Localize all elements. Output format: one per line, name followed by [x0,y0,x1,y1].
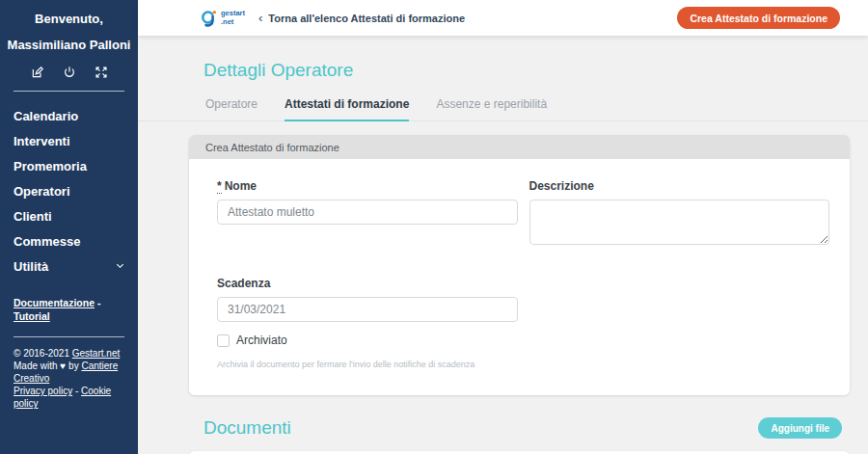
sidebar-item-clienti[interactable]: Clienti [0,203,138,228]
sidebar-item-calendario[interactable]: Calendario [0,103,138,128]
edit-icon[interactable] [31,66,44,79]
page-title: Dettagli Operatore [203,60,868,81]
sidebar-footer: © 2016-2021 Gestart.net Made with ♥ by C… [0,347,138,410]
welcome-text: Benvenuto, [0,13,138,25]
documents-header: Documenti Aggiungi file [203,417,842,439]
page-content: Dettagli Operatore Operatore Attestati d… [138,36,868,454]
madewith-line: Made with ♥ by Cantiere Creativo [14,360,124,385]
tab-assenze-e-reperibilita[interactable]: Assenze e reperibilità [436,97,547,121]
required-mark: * [217,179,222,194]
scadenza-field-group: Scadenza [217,277,518,322]
archiviato-checkbox[interactable] [217,334,230,347]
copyright-line: © 2016-2021 Gestart.net [14,347,124,360]
breadcrumb-label: Torna all'elenco Attestati di formazione [268,13,465,24]
create-attestato-button[interactable]: Crea Attestato di formazione [677,7,840,29]
sidebar-actions [0,66,138,79]
crea-attestato-card: Crea Attestato di formazione *Nome Descr… [189,135,850,395]
breadcrumb[interactable]: ‹ Torna all'elenco Attestati di formazio… [258,12,465,24]
back-chevron-icon: ‹ [258,12,262,24]
nome-input[interactable] [217,200,518,225]
top-bar: gestart .net ‹ Torna all'elenco Attestat… [138,0,868,36]
form-row-2: Scadenza [217,277,829,322]
archiviato-label: Archiviato [236,334,287,347]
sidebar-divider-2 [14,336,124,337]
tutorial-link[interactable]: Tutorial [14,310,50,322]
card-body: *Nome Descrizione Scadenza [189,159,850,395]
form-row-1: *Nome Descrizione [217,179,829,245]
tab-operatore[interactable]: Operatore [205,97,258,121]
chevron-down-icon [115,259,125,274]
gestart-logo[interactable]: gestart .net [199,9,245,28]
logo-text: gestart .net [221,10,245,26]
welcome-block: Benvenuto, Massimiliano Palloni [0,0,138,51]
sidebar: Benvenuto, Massimiliano Palloni Calendar… [0,0,138,454]
scadenza-label: Scadenza [217,277,518,290]
nome-label: *Nome [217,179,518,193]
user-name: Massimiliano Palloni [0,39,138,51]
expand-icon[interactable] [95,66,108,79]
scadenza-input[interactable] [217,297,518,322]
power-icon[interactable] [63,66,76,79]
sidebar-item-promemoria[interactable]: Promemoria [0,153,138,178]
sidebar-item-operatori[interactable]: Operatori [0,178,138,203]
sidebar-menu: Calendario Interventi Promemoria Operato… [0,103,138,279]
descrizione-textarea[interactable] [529,200,830,245]
archiviato-check-row[interactable]: Archiviato [217,334,829,347]
privacy-policy-link[interactable]: Privacy policy [14,386,72,396]
link-separator: - [97,297,101,308]
archiviato-help-text: Archivia il documento per fermare l'invi… [217,360,829,369]
descrizione-label: Descrizione [529,179,830,193]
form-spacer [529,277,830,322]
descrizione-field-group: Descrizione [529,179,830,245]
main-area: gestart .net ‹ Torna all'elenco Attestat… [138,0,868,454]
documentazione-link[interactable]: Documentazione [14,297,95,308]
gestart-link[interactable]: Gestart.net [72,348,120,359]
sidebar-item-utilita[interactable]: Utilità [0,254,138,279]
card-header: Crea Attestato di formazione [189,135,850,159]
sidebar-divider [14,91,124,92]
tabs: Operatore Attestati di formazione Assenz… [138,97,868,121]
add-file-button[interactable]: Aggiungi file [758,417,842,439]
nome-field-group: *Nome [217,179,518,245]
tab-attestati-di-formazione[interactable]: Attestati di formazione [285,97,409,121]
policies-line: Privacy policy - Cookie policy [14,385,124,410]
documents-title: Documenti [203,417,291,439]
doc-links: Documentazione - Tutorial [0,297,138,323]
logo-g-icon [199,9,218,28]
sidebar-item-commesse[interactable]: Commesse [0,228,138,254]
sidebar-item-interventi[interactable]: Interventi [0,128,138,153]
